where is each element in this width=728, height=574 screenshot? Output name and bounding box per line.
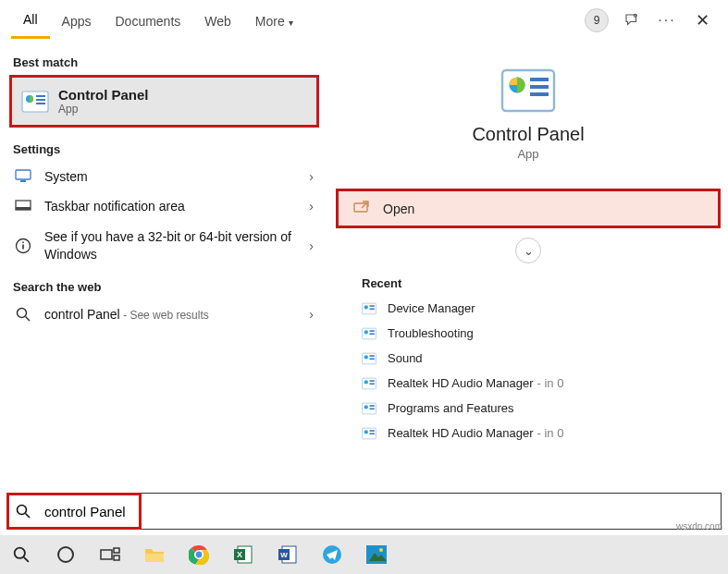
- svg-rect-52: [114, 556, 119, 560]
- more-options-icon[interactable]: ···: [652, 6, 682, 35]
- svg-line-46: [26, 514, 31, 519]
- svg-point-45: [18, 506, 27, 515]
- svg-rect-9: [16, 207, 31, 210]
- taskbar-search-icon[interactable]: [9, 543, 33, 567]
- open-action[interactable]: Open: [336, 189, 721, 228]
- cp-item-icon: [362, 327, 376, 340]
- detail-title: Control Panel: [336, 124, 721, 145]
- settings-item-taskbar[interactable]: Taskbar notification area ›: [0, 191, 328, 221]
- tab-apps[interactable]: Apps: [50, 3, 104, 38]
- open-label: Open: [383, 202, 414, 216]
- recent-label: Programs and Features: [388, 401, 514, 415]
- taskbar-cortana-icon[interactable]: [54, 543, 78, 567]
- best-match-subtitle: App: [58, 103, 149, 116]
- result-title: See if you have a 32-bit or 64-bit versi…: [44, 228, 309, 263]
- recent-item[interactable]: Troubleshooting: [336, 321, 721, 346]
- cp-item-icon: [362, 402, 376, 415]
- svg-rect-43: [370, 430, 375, 432]
- chevron-right-icon: ›: [309, 169, 315, 184]
- svg-rect-3: [36, 95, 45, 97]
- recent-item[interactable]: Realtek HD Audio Manager - in 0: [336, 371, 721, 396]
- svg-point-47: [15, 548, 25, 558]
- taskbar-chrome-icon[interactable]: [187, 543, 211, 567]
- svg-rect-15: [502, 70, 554, 111]
- svg-rect-51: [114, 548, 119, 553]
- taskbar-excel-icon[interactable]: X: [231, 543, 255, 567]
- best-match-result[interactable]: Control Panel App: [9, 75, 319, 128]
- svg-text:X: X: [237, 550, 242, 559]
- result-title: Taskbar notification area: [44, 199, 309, 214]
- recent-label: Realtek HD Audio Manager: [388, 376, 534, 390]
- feedback-icon[interactable]: [617, 6, 647, 35]
- search-bar[interactable]: [6, 493, 722, 530]
- search-icon: [13, 307, 33, 322]
- tab-web[interactable]: Web: [192, 3, 243, 38]
- taskbar-icon: [13, 200, 33, 213]
- notification-badge[interactable]: 9: [582, 6, 611, 35]
- best-match-title: Control Panel: [58, 87, 149, 103]
- recent-label: Device Manager: [388, 301, 475, 315]
- chevron-down-icon: ⌄: [524, 244, 534, 258]
- svg-rect-19: [530, 92, 549, 96]
- recent-item[interactable]: Realtek HD Audio Manager - in 0: [336, 421, 721, 446]
- svg-point-66: [379, 548, 383, 552]
- taskbar: X W: [0, 535, 728, 574]
- cp-item-icon: [362, 427, 376, 440]
- recent-item[interactable]: Sound: [336, 346, 721, 371]
- svg-rect-35: [370, 380, 375, 382]
- svg-point-30: [364, 355, 368, 359]
- svg-rect-28: [370, 333, 375, 335]
- info-icon: [13, 238, 33, 254]
- chevron-right-icon: ›: [309, 307, 315, 322]
- detail-panel: Control Panel App Open ⌄ Recent Device M…: [328, 41, 728, 494]
- close-icon[interactable]: ✕: [687, 6, 717, 35]
- svg-line-48: [24, 557, 29, 562]
- svg-rect-50: [101, 550, 112, 559]
- control-panel-icon: [21, 90, 49, 114]
- expand-toggle[interactable]: ⌄: [515, 238, 541, 263]
- search-input[interactable]: [39, 500, 721, 523]
- svg-rect-53: [145, 554, 164, 562]
- svg-rect-18: [530, 85, 549, 89]
- recent-tail: - in 0: [537, 426, 564, 440]
- svg-rect-44: [370, 433, 375, 434]
- svg-text:W: W: [280, 551, 288, 559]
- taskbar-telegram-icon[interactable]: [320, 543, 344, 567]
- svg-point-13: [18, 308, 27, 317]
- result-title: System: [44, 169, 309, 184]
- recent-item[interactable]: Programs and Features: [336, 396, 721, 421]
- svg-rect-39: [370, 405, 375, 407]
- search-icon: [7, 504, 39, 519]
- control-panel-large-icon: [496, 65, 561, 116]
- svg-point-22: [364, 305, 368, 309]
- tab-documents[interactable]: Documents: [103, 3, 192, 38]
- chevron-right-icon: ›: [309, 238, 315, 253]
- recent-tail: - in 0: [537, 376, 564, 390]
- settings-item-bitness[interactable]: See if you have a 32-bit or 64-bit versi…: [0, 221, 328, 271]
- svg-point-38: [364, 405, 368, 409]
- svg-point-0: [634, 14, 636, 17]
- tab-all[interactable]: All: [11, 1, 50, 39]
- settings-item-system[interactable]: System ›: [0, 162, 328, 191]
- taskbar-file-explorer-icon[interactable]: [142, 543, 167, 567]
- recent-item[interactable]: Device Manager: [336, 296, 721, 321]
- monitor-icon: [13, 169, 33, 184]
- taskbar-photos-icon[interactable]: [364, 543, 389, 567]
- svg-rect-27: [370, 330, 375, 332]
- svg-point-26: [364, 330, 368, 334]
- web-tail: - See web results: [120, 309, 209, 322]
- cp-item-icon: [362, 302, 376, 315]
- svg-rect-32: [370, 358, 375, 360]
- tab-more[interactable]: More ▾: [243, 3, 305, 38]
- svg-rect-5: [36, 103, 45, 104]
- taskbar-taskview-icon[interactable]: [98, 543, 122, 567]
- web-result[interactable]: control Panel - See web results ›: [0, 299, 328, 329]
- tab-more-label: More: [255, 14, 285, 29]
- svg-rect-23: [370, 305, 375, 307]
- svg-line-14: [26, 316, 31, 321]
- taskbar-word-icon[interactable]: W: [276, 543, 300, 567]
- watermark: wsxdn.com: [676, 521, 722, 531]
- recent-label: Realtek HD Audio Manager: [388, 426, 534, 440]
- svg-rect-24: [370, 308, 375, 310]
- svg-rect-1: [22, 92, 48, 112]
